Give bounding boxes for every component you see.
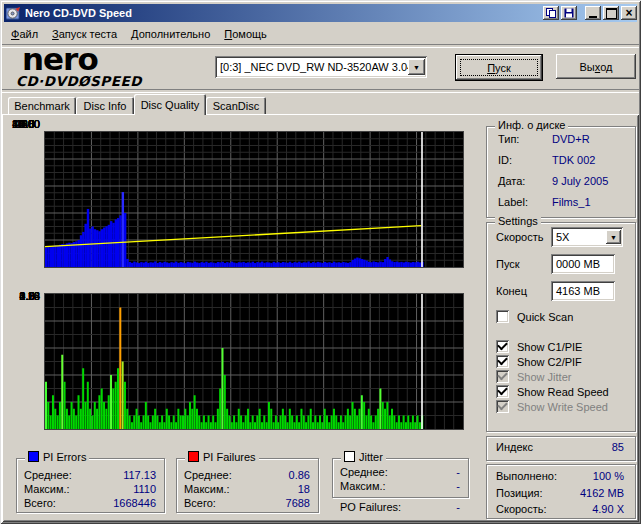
pie-avg-label: Среднее: xyxy=(24,469,72,481)
tab-disc-quality[interactable]: Disc Quality xyxy=(134,94,206,115)
done-value: 100 % xyxy=(548,470,624,482)
show-c1-pie-label: Show C1/PIE xyxy=(517,341,582,353)
chevron-down-icon: ▼ xyxy=(413,64,420,71)
start-position-value: 0000 MB xyxy=(556,258,600,270)
jitter-group: Jitter xyxy=(332,458,469,498)
tab-scandisc[interactable]: ScanDisc xyxy=(206,97,266,114)
show-write-speed-label: Show Write Speed xyxy=(517,401,608,413)
nero-logo: nero xyxy=(22,44,98,74)
app-icon xyxy=(6,6,21,21)
speed-selector-dropdown-button[interactable]: ▼ xyxy=(606,230,621,244)
chevron-down-icon: ▼ xyxy=(610,234,617,241)
menu-help[interactable]: Помощь xyxy=(217,26,274,42)
pi-errors-chart: 2000160012008004001614121086420.00.51.01… xyxy=(12,118,490,288)
disc-date-label: Дата: xyxy=(498,175,525,187)
nero-cd-dvd-speed-window: { "window": { "title": "Nero CD-DVD Spee… xyxy=(0,0,641,524)
po-failures-value: - xyxy=(400,501,460,513)
show-read-speed-checkbox[interactable] xyxy=(496,385,509,398)
drive-selector-dropdown-button[interactable]: ▼ xyxy=(408,59,425,75)
minimize-button[interactable] xyxy=(585,6,601,20)
speed-result-label: Скорость: xyxy=(496,503,547,515)
jitter-legend-swatch xyxy=(344,451,355,462)
show-c2-pif-label: Show C2/PIF xyxy=(517,356,582,368)
check-icon xyxy=(497,355,508,366)
disc-type-label: Тип: xyxy=(498,133,519,145)
show-write-speed-checkbox xyxy=(496,400,509,413)
show-jitter-label: Show Jitter xyxy=(517,371,571,383)
start-position-field[interactable]: 0000 MB xyxy=(551,254,615,274)
menu-file[interactable]: Файл xyxy=(4,26,45,42)
window-title: Nero CD-DVD Speed xyxy=(25,7,132,19)
disc-label-value: Films_1 xyxy=(552,196,591,208)
pif-total-label: Всего: xyxy=(184,497,216,509)
pif-max-value: 18 xyxy=(250,483,310,495)
jitter-group-title: Jitter xyxy=(341,451,386,463)
drive-selector-value: [0:3] _NEC DVD_RW ND-3520AW 3.04 xyxy=(215,61,408,73)
jitter-max-label: Максим.: xyxy=(340,480,386,492)
tab-benchmark[interactable]: Benchmark xyxy=(8,97,76,114)
pif-avg-value: 0.86 xyxy=(250,469,310,481)
start-button[interactable]: Пуск xyxy=(455,54,543,81)
position-value: 4162 MB xyxy=(548,487,624,499)
drive-selector[interactable]: [0:3] _NEC DVD_RW ND-3520AW 3.04 ▼ xyxy=(215,56,427,78)
focus-marquee xyxy=(460,59,538,76)
axis-tick-label: 4.5 xyxy=(12,118,42,130)
close-button[interactable]: × xyxy=(621,6,637,20)
show-c2-pif-checkbox[interactable] xyxy=(496,355,509,368)
maximize-button[interactable] xyxy=(603,6,619,20)
jitter-avg-label: Среднее: xyxy=(340,466,388,478)
check-icon xyxy=(497,370,508,381)
end-position-value: 4163 MB xyxy=(556,285,600,297)
show-jitter-checkbox xyxy=(496,370,509,383)
pi-failures-chart: 201612840.00.51.01.52.02.53.03.54.04.5 xyxy=(12,290,490,448)
copy-icon xyxy=(546,8,556,18)
disc-type-value: DVD+R xyxy=(552,133,590,145)
check-icon xyxy=(497,400,508,411)
quick-scan-label: Quick Scan xyxy=(517,311,573,323)
pi-failures-group-title: PI Failures xyxy=(185,451,259,463)
pie-avg-value: 117.13 xyxy=(96,469,156,481)
quick-scan-checkbox[interactable] xyxy=(496,310,509,323)
pi-errors-plot xyxy=(44,131,464,268)
check-icon xyxy=(497,385,508,396)
show-read-speed-label: Show Read Speed xyxy=(517,386,609,398)
disc-id-label: ID: xyxy=(498,154,512,166)
tab-disc-info[interactable]: Disc Info xyxy=(76,97,134,114)
copy-to-clipboard-button[interactable] xyxy=(543,6,559,20)
pif-total-value: 7688 xyxy=(250,497,310,509)
pie-total-value: 1668446 xyxy=(96,497,156,509)
start-position-label: Пуск xyxy=(496,258,520,270)
menu-extra[interactable]: Дополнительно xyxy=(124,26,217,42)
end-position-field[interactable]: 4163 MB xyxy=(551,281,615,301)
position-label: Позиция: xyxy=(496,487,543,499)
index-value: 85 xyxy=(560,441,624,453)
menu-run-test[interactable]: Запуск теста xyxy=(45,26,124,42)
close-icon: × xyxy=(625,8,632,18)
index-label: Индекс xyxy=(496,441,533,453)
pie-max-label: Максим.: xyxy=(24,483,70,495)
menu-bar: Файл Запуск теста Дополнительно Помощь xyxy=(4,24,637,44)
pie-total-label: Всего: xyxy=(24,497,56,509)
title-bar: Nero CD-DVD Speed × xyxy=(4,4,637,22)
exit-button[interactable]: Выход xyxy=(556,54,636,79)
check-icon xyxy=(497,340,508,351)
settings-title: Settings xyxy=(495,215,541,227)
jitter-avg-value: - xyxy=(400,466,460,478)
pi-errors-legend-swatch xyxy=(28,451,39,462)
pi-failures-legend-swatch xyxy=(188,451,199,462)
speed-selector[interactable]: 5X ▼ xyxy=(551,227,623,247)
save-icon xyxy=(564,8,574,18)
separator xyxy=(2,89,639,93)
pie-max-value: 1110 xyxy=(96,483,156,495)
disc-label-label: Label: xyxy=(498,196,528,208)
speed-selector-value: 5X xyxy=(551,231,606,243)
show-c1-pie-checkbox[interactable] xyxy=(496,340,509,353)
cd-dvd-speed-logo: CD·DVDØSPEED xyxy=(16,73,142,89)
disc-date-value: 9 July 2005 xyxy=(552,175,608,187)
pi-failures-plot xyxy=(44,293,464,430)
save-button[interactable] xyxy=(561,6,577,20)
axis-tick-label: 4.5 xyxy=(12,290,42,302)
po-failures-label: PO Failures: xyxy=(340,501,401,513)
pif-avg-label: Среднее: xyxy=(184,469,232,481)
speed-result-value: 4.90 X xyxy=(548,503,624,515)
